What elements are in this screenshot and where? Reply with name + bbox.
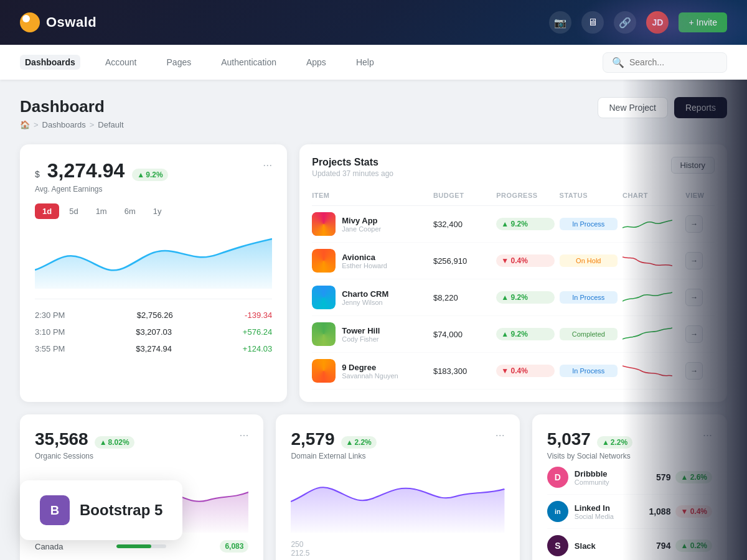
dribbble-badge: ▲ 2.6% [675, 471, 712, 483]
status-charto: In Process [560, 291, 618, 304]
nav-item-help[interactable]: Help [351, 55, 379, 70]
social-card: ··· 5,037 ▲ 2.2% Visits by Social Networ… [532, 414, 727, 560]
chart-mivy [622, 215, 680, 233]
nav-icon-camera[interactable]: 📷 [549, 11, 571, 34]
linkedin-icon: in [547, 501, 568, 522]
view-charto-button[interactable]: → [685, 289, 703, 306]
history-button[interactable]: History [671, 157, 715, 174]
social-more-button[interactable]: ··· [703, 429, 712, 441]
projects-card: Projects Stats Updated 37 minutes ago Hi… [299, 144, 727, 402]
time-filters: 1d 5d 1m 6m 1y [35, 203, 272, 219]
invite-button[interactable]: + Invite [679, 12, 727, 32]
project-row-9degree: 9 Degree Savannah Nguyen $183,300 ▼ 0.4%… [312, 353, 715, 390]
brand-name: Oswald [46, 14, 96, 30]
reports-button[interactable]: Reports [674, 97, 727, 118]
domain-more-button[interactable]: ··· [496, 429, 505, 441]
earnings-row-1: 2:30 PM $2,756.26 -139.34 [35, 307, 272, 324]
organic-more-button[interactable]: ··· [239, 429, 248, 441]
nav-icon-monitor[interactable]: 🖥 [581, 11, 604, 34]
page-title: Dashboard [20, 97, 124, 116]
nav-icon-share[interactable]: 🔗 [614, 11, 636, 34]
breadcrumb-default: Default [98, 120, 123, 129]
project-row-avionica: Avionica Esther Howard $256,910 ▼ 0.4% O… [312, 243, 715, 279]
linkedin-count: 1,088 [649, 506, 670, 516]
project-name-charto: Charto CRM [342, 289, 388, 299]
project-owner-avionica: Esther Howard [342, 262, 387, 269]
linkedin-sub: Social Media [575, 513, 614, 520]
progress-charto: ▲ 9.2% [496, 291, 554, 304]
project-name-mivy: Mivy App [342, 216, 381, 225]
linkedin-badge: ▼ 0.4% [675, 505, 712, 518]
time-filter-5d[interactable]: 5d [62, 203, 85, 219]
time-filter-6m[interactable]: 6m [117, 203, 143, 219]
bootstrap-icon: B [40, 495, 70, 525]
social-row-slack: S Slack 794 ▲ 0.2% [547, 529, 712, 560]
project-owner-mivy: Jane Cooper [342, 225, 381, 233]
nav-item-account[interactable]: Account [100, 55, 142, 70]
view-mivy-button[interactable]: → [685, 215, 703, 233]
nav-item-pages[interactable]: Pages [162, 55, 197, 70]
earnings-card: ··· $ 3,274.94 ▲ 9.2% Avg. Agent Earning… [20, 144, 287, 402]
bootstrap-label: Bootstrap 5 [80, 502, 162, 519]
secondary-nav: Dashboards Account Pages Authentication … [0, 45, 747, 80]
progress-tower: ▲ 9.2% [496, 328, 554, 340]
amount-3: $3,274.94 [136, 344, 172, 353]
col-progress: PROGRESS [496, 192, 554, 199]
nav-item-apps[interactable]: Apps [301, 55, 331, 70]
view-tower-button[interactable]: → [685, 325, 703, 343]
dribbble-icon: D [547, 467, 568, 488]
projects-header-left: Projects Stats Updated 37 minutes ago [312, 157, 393, 178]
time-filter-1y[interactable]: 1y [146, 203, 169, 219]
earnings-more-button[interactable]: ··· [263, 159, 272, 170]
logo-wrap: Oswald [20, 12, 549, 32]
header-buttons: New Project Reports [598, 97, 728, 118]
status-avionica: On Hold [560, 254, 618, 267]
earnings-row-2: 3:10 PM $3,207.03 +576.24 [35, 324, 272, 340]
organic-label: Organic Sessions [35, 452, 248, 460]
bootstrap-overlay: B Bootstrap 5 [20, 480, 182, 540]
col-status: STATUS [560, 192, 618, 199]
user-avatar[interactable]: JD [646, 11, 669, 34]
time-filter-1m[interactable]: 1m [88, 203, 115, 219]
project-icon-charto [312, 286, 336, 309]
dribbble-sub: Community [575, 478, 609, 486]
progress-avionica: ▼ 0.4% [496, 254, 554, 267]
view-avionica-button[interactable]: → [685, 252, 703, 269]
breadcrumb-dashboards[interactable]: Dashboards [42, 120, 86, 129]
status-mivy: In Process [560, 218, 618, 230]
change-1: -139.34 [245, 310, 272, 320]
time-filter-1d[interactable]: 1d [35, 203, 59, 219]
nav-item-authentication[interactable]: Authentication [216, 55, 281, 70]
budget-mivy: $32,400 [433, 220, 491, 229]
logo-icon [20, 12, 40, 32]
chart-label-2125: 212.5 [291, 549, 309, 558]
domain-card: ··· 2,579 ▲ 2.2% Domain External Links [276, 414, 519, 560]
page-header: Dashboard 🏠 > Dashboards > Default New P… [20, 97, 727, 129]
budget-9degree: $183,300 [433, 366, 491, 376]
chart-avionica [622, 252, 680, 269]
project-row-tower: Tower Hill Cody Fisher $74,000 ▲ 9.2% Co… [312, 316, 715, 353]
organic-badge: ▲ 8.02% [95, 436, 134, 449]
top-nav: Oswald 📷 🖥 🔗 JD + Invite [0, 0, 747, 45]
col-view: VIEW [685, 192, 715, 199]
col-item: ITEM [312, 192, 428, 199]
new-project-button[interactable]: New Project [598, 97, 668, 118]
col-chart: CHART [622, 192, 680, 199]
earnings-data-rows: 2:30 PM $2,756.26 -139.34 3:10 PM $3,207… [35, 299, 272, 357]
organic-value: 35,568 [35, 429, 88, 449]
search-input[interactable] [629, 57, 718, 67]
domain-value: 2,579 [291, 429, 334, 449]
amount-2: $3,207.03 [136, 327, 172, 337]
chart-charto [622, 289, 680, 306]
country-progress-bar [116, 544, 166, 548]
social-row-dribbble: D Dribbble Community 579 ▲ 2.6% [547, 460, 712, 495]
nav-right: 📷 🖥 🔗 JD + Invite [549, 11, 727, 34]
earnings-badge: ▲ 9.2% [132, 169, 167, 181]
domain-badge: ▲ 2.2% [341, 436, 377, 449]
project-owner-charto: Jenny Wilson [342, 299, 388, 306]
status-tower: Completed [560, 328, 618, 340]
progress-mivy: ▲ 9.2% [496, 218, 554, 230]
nav-item-dashboards[interactable]: Dashboards [20, 55, 80, 70]
view-9degree-button[interactable]: → [685, 362, 703, 380]
social-label: Visits by Social Networks [547, 452, 712, 460]
